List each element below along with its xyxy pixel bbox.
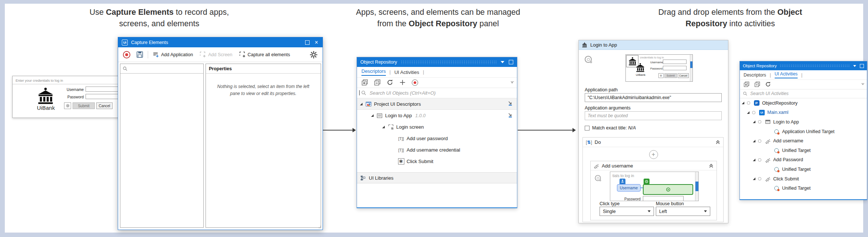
- unified-target-icon[interactable]: [585, 56, 592, 63]
- window-title: Capture Elements: [131, 40, 168, 45]
- match-exact-title-checkbox[interactable]: [585, 126, 590, 131]
- submit-button[interactable]: Submit: [73, 102, 95, 109]
- expand-all-icon[interactable]: [361, 79, 368, 86]
- collapse-all-icon[interactable]: [374, 79, 381, 86]
- expander-icon[interactable]: [382, 126, 385, 128]
- mouse-button-dropdown[interactable]: Left: [656, 207, 710, 216]
- tree-item-label: Add username: [773, 138, 803, 143]
- repo2-search-input[interactable]: Search UI Activities: [740, 89, 867, 98]
- repo-toolbar: [357, 77, 517, 88]
- captured-items-pane: [120, 64, 204, 228]
- selected-target-box: [643, 184, 693, 195]
- tree-row[interactable]: Project UI Descriptors: [357, 98, 517, 110]
- expander-icon[interactable]: [371, 114, 374, 117]
- application-arguments-label: Application arguments: [585, 105, 631, 111]
- do-header[interactable]: [⇅] Do: [583, 138, 723, 147]
- tree-row[interactable]: Click Submit: [740, 174, 867, 184]
- breakpoint-circle-icon[interactable]: [758, 177, 761, 180]
- add-username-header[interactable]: Add username: [591, 161, 717, 170]
- caption-text: panel: [477, 19, 499, 28]
- collapse-chevron-icon[interactable]: [715, 140, 720, 145]
- click-type-dropdown[interactable]: Single: [600, 207, 654, 216]
- gear-icon[interactable]: [310, 51, 317, 58]
- tab-descriptors[interactable]: Descriptors: [361, 68, 386, 76]
- tab-descriptors[interactable]: Descriptors: [744, 72, 766, 78]
- tree-row[interactable]: Unified Target: [740, 165, 867, 174]
- tree-row[interactable]: Add Password: [740, 155, 867, 165]
- breakpoint-circle-icon[interactable]: [747, 101, 750, 105]
- tree-row[interactable]: [T]]Add user password: [357, 133, 517, 144]
- breakpoint-circle-icon[interactable]: [752, 111, 755, 114]
- record-icon[interactable]: [412, 79, 418, 86]
- target-selection-thumbnail[interactable]: tials to log in Username Password: [610, 172, 699, 201]
- capture-search-input[interactable]: [120, 64, 203, 74]
- capture-all-label: Capture all elements: [248, 52, 290, 57]
- open-descriptor-icon[interactable]: [508, 101, 513, 107]
- save-icon[interactable]: [136, 51, 143, 58]
- maximize-icon[interactable]: [305, 40, 310, 45]
- settings-button[interactable]: [64, 102, 71, 109]
- repo-search-input[interactable]: Search UI Objects (Ctrl+Alt+O): [357, 88, 517, 98]
- tree-row[interactable]: ✱Click Submit: [357, 156, 517, 167]
- tree-item-label: Login to App: [773, 119, 799, 125]
- add-icon[interactable]: [399, 79, 406, 86]
- dock-icon[interactable]: [509, 60, 513, 64]
- expand-all-icon[interactable]: [744, 81, 750, 87]
- password-input[interactable]: [86, 94, 120, 99]
- add-application-button[interactable]: Add Application: [153, 51, 193, 58]
- expander-icon[interactable]: [747, 111, 750, 114]
- match-label-text: Match exact title:: [592, 125, 627, 131]
- tree-row[interactable]: Application Unified Target: [740, 127, 867, 136]
- expander-icon[interactable]: [753, 159, 755, 161]
- expander-icon[interactable]: [742, 102, 744, 104]
- capture-all-elements-button[interactable]: Capture all elements: [239, 51, 290, 58]
- mouse-button-value: Left: [659, 209, 667, 214]
- application-path-input[interactable]: "C:\Users\UiBankAdmin\uibankadmin.exe": [585, 93, 722, 102]
- expander-icon[interactable]: [753, 140, 755, 142]
- titlebar-texture: [401, 60, 497, 64]
- app-screenshot-thumbnail[interactable]: credentials to log in UiBank Username Pa…: [625, 54, 693, 82]
- add-activity-button[interactable]: +: [649, 150, 658, 159]
- breakpoint-circle-icon[interactable]: [758, 158, 761, 162]
- record-icon[interactable]: [123, 51, 130, 58]
- expander-icon[interactable]: [753, 177, 755, 180]
- ui-libraries-row[interactable]: UI Libraries: [357, 172, 517, 183]
- clickable-element-icon: ✱: [398, 158, 404, 165]
- dock-icon[interactable]: [860, 64, 864, 68]
- breakpoint-circle-icon[interactable]: [758, 139, 761, 143]
- resize-grip[interactable]: [318, 225, 321, 228]
- tree-row[interactable]: Unified Target: [740, 183, 867, 193]
- breakpoint-circle-icon[interactable]: [758, 120, 761, 123]
- chevron-down-icon[interactable]: [501, 61, 504, 63]
- tree-row[interactable]: Login to App: [740, 117, 867, 127]
- cancel-button[interactable]: Cancel: [96, 102, 113, 109]
- tree-row[interactable]: Add username: [740, 136, 867, 146]
- tree-row[interactable]: PObjectRepository: [740, 98, 867, 108]
- tab-ui-activities[interactable]: UI Activities: [775, 71, 798, 78]
- card-password-label: Password: [624, 197, 641, 201]
- open-descriptor-icon[interactable]: [508, 112, 513, 119]
- tree-row[interactable]: UiMain.xaml: [740, 108, 867, 118]
- refresh-icon[interactable]: [387, 79, 393, 86]
- tab-ui-activities[interactable]: UI Activities: [394, 70, 419, 75]
- collapse-chevron-icon[interactable]: [709, 163, 714, 168]
- splitter-grip-icon[interactable]: [511, 81, 514, 84]
- chevron-down-icon[interactable]: [853, 65, 856, 67]
- expander-icon[interactable]: [360, 103, 363, 105]
- collapse-all-icon[interactable]: [754, 81, 760, 87]
- activity-header[interactable]: Login to App: [579, 40, 728, 50]
- application-arguments-input[interactable]: Text must be quoted: [585, 111, 722, 120]
- refresh-icon[interactable]: [765, 81, 771, 87]
- username-input[interactable]: [86, 87, 120, 92]
- expander-icon[interactable]: [753, 121, 755, 123]
- project-descriptors-icon: [365, 101, 372, 107]
- tree-row[interactable]: Unified Target: [740, 146, 867, 155]
- close-icon[interactable]: ×: [315, 40, 318, 45]
- tree-row[interactable]: Login to App1.0.0: [357, 110, 517, 121]
- tree-row[interactable]: Login screen: [357, 121, 517, 133]
- splitter-grip-icon[interactable]: [861, 83, 864, 85]
- caption-bold: Capture Elements: [106, 8, 174, 17]
- unified-target-icon[interactable]: [595, 175, 601, 181]
- add-screen-button[interactable]: Add Screen: [200, 51, 232, 58]
- tree-row[interactable]: [T]]Add username credential: [357, 144, 517, 156]
